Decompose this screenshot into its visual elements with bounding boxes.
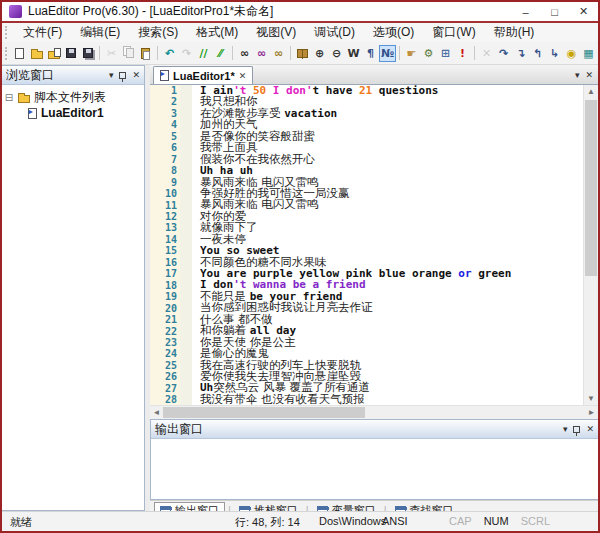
code-area[interactable]: I ain't 50 I don't have 21 questions我只想和… xyxy=(192,85,598,405)
toolbar-new-file-button[interactable] xyxy=(11,45,28,62)
tab-close-icon[interactable]: ✕ xyxy=(239,71,247,81)
panel-close-icon[interactable]: ✕ xyxy=(132,70,140,80)
toolbar-find-next-button[interactable]: ∞ xyxy=(253,45,270,62)
output-close-icon[interactable]: ✕ xyxy=(586,424,594,434)
editor-line[interactable]: 在沙滩散步享受 vacation xyxy=(200,108,598,119)
code-segment: I don' xyxy=(266,85,312,97)
menu-item-6[interactable]: 调试(D) xyxy=(305,24,364,41)
line-number: 4 xyxy=(150,119,177,130)
menu-item-1[interactable]: 文件(F) xyxy=(14,24,71,41)
line-number: 12 xyxy=(150,211,177,222)
panel-dropdown-icon[interactable]: ▾ xyxy=(109,70,114,80)
output-panel-title: 输出窗口 xyxy=(155,421,203,438)
browse-panel-title: 浏览窗口 xyxy=(6,67,54,84)
scroll-right-icon[interactable]: ► xyxy=(585,408,598,417)
toolbar-zoom-out-button[interactable]: ⊖ xyxy=(328,45,345,62)
toolbar-run-script-button[interactable]: ! xyxy=(454,45,471,62)
panel-pin-icon[interactable] xyxy=(119,72,126,79)
editor-line[interactable]: 对你的爱 xyxy=(200,211,598,222)
editor-tab[interactable]: LuaEditor1* ✕ xyxy=(153,66,253,84)
tree-children: LuaEditor1 xyxy=(4,105,142,121)
menu-item-4[interactable]: 格式(M) xyxy=(187,24,247,41)
tree-root-row[interactable]: ⊟ 脚本文件列表 xyxy=(4,89,142,105)
status-lock-cap: CAP xyxy=(449,515,472,527)
toolbar-load-script-button[interactable]: ⊞ xyxy=(437,45,454,62)
toolbar-zoom-in-button[interactable]: ⊕ xyxy=(311,45,328,62)
line-number: 17 xyxy=(150,268,177,279)
line-number: 13 xyxy=(150,222,177,233)
menu-item-3[interactable]: 搜索(S) xyxy=(129,24,187,41)
toolbar: ✂↶↷//⁄⁄∞∞∞⊕⊖W¶№☛⚙⊞!✕↷↴↰↳◉▦▤?▾ xyxy=(2,42,598,65)
toolbar-breakpoint-list-button[interactable]: ◉ xyxy=(563,45,580,62)
selection-margin xyxy=(180,85,192,405)
status-cursor-position: 行: 48, 列: 14 xyxy=(235,515,300,530)
open-file-icon xyxy=(31,51,43,59)
close-button[interactable]: ✕ xyxy=(569,5,598,18)
menu-item-9[interactable]: 帮助(H) xyxy=(485,24,544,41)
output-panel-header: 输出窗口 ▾ ✕ xyxy=(151,420,598,439)
toolbar-stop-debug-button[interactable]: ✕ xyxy=(478,45,495,62)
toolbar-word-wrap-button[interactable]: W xyxy=(345,45,362,62)
scroll-down-icon[interactable]: ▼ xyxy=(587,392,595,405)
menu-item-2[interactable]: 编辑(E) xyxy=(71,24,129,41)
editor-hscrollbar[interactable]: ◄ ► xyxy=(150,405,598,419)
tree-root-label: 脚本文件列表 xyxy=(34,89,106,106)
minimize-button[interactable]: – xyxy=(511,6,540,18)
toolbar-step-over-button[interactable]: ↷ xyxy=(495,45,512,62)
editor-line[interactable]: I ain't 50 I don't have 21 questions xyxy=(200,85,598,96)
toolbar-copy-button[interactable] xyxy=(120,45,137,62)
toolbar-separator xyxy=(290,46,291,60)
code-segment: questions xyxy=(372,85,438,97)
line-number: 11 xyxy=(150,200,177,211)
maximize-button[interactable]: □ xyxy=(540,6,569,18)
toolbar-run-to-cursor-button[interactable]: ↳ xyxy=(546,45,563,62)
tree-expand-icon[interactable]: ⊟ xyxy=(4,92,14,103)
scroll-up-icon[interactable]: ▲ xyxy=(587,85,595,98)
toolbar-cut-button[interactable]: ✂ xyxy=(103,45,120,62)
tree-item-luaeditor1[interactable]: LuaEditor1 xyxy=(28,105,142,121)
toolbar-save-button[interactable] xyxy=(62,45,79,62)
editor-line[interactable]: 假装你不在我依然开心 xyxy=(200,154,598,165)
output-panel: 输出窗口 ▾ ✕ xyxy=(150,419,598,500)
toolbar-uncomment-button[interactable]: ⁄⁄ xyxy=(212,45,229,62)
browse-panel: 浏览窗口 ▾ ✕ ⊟ 脚本文件列表 LuaEditor1 xyxy=(2,65,145,511)
toolbar-step-out-button[interactable]: ↰ xyxy=(529,45,546,62)
new-file-icon xyxy=(15,48,24,59)
toolbar-environment-options-button[interactable]: ▦ xyxy=(580,45,597,62)
toolbar-undo-button[interactable]: ↶ xyxy=(161,45,178,62)
editor-line[interactable]: 就像雨下了 xyxy=(200,222,598,233)
tabbar-dropdown-icon[interactable]: ▾ xyxy=(575,70,580,80)
line-number: 7 xyxy=(150,154,177,165)
toolbar-save-all-button[interactable] xyxy=(79,45,96,62)
toolbar-separator xyxy=(474,46,475,60)
output-pin-icon[interactable] xyxy=(573,426,580,433)
editor-line[interactable]: 是否像你的笑容般甜蜜 xyxy=(200,131,598,142)
line-number: 23 xyxy=(150,337,177,348)
toolbar-step-into-button[interactable]: ↴ xyxy=(512,45,529,62)
code-editor[interactable]: 1234567891011121314151617181920212223242… xyxy=(150,85,598,405)
toolbar-dictionary-button[interactable] xyxy=(294,45,311,62)
toolbar-open-file-button[interactable] xyxy=(28,45,45,62)
toolbar-redo-button[interactable]: ↷ xyxy=(178,45,195,62)
output-dropdown-icon[interactable]: ▾ xyxy=(563,424,568,434)
toolbar-show-paragraph-button[interactable]: ¶ xyxy=(362,45,379,62)
editor-line[interactable]: 我没有带伞 也没有收看天气预报 xyxy=(200,394,598,405)
scroll-left-icon[interactable]: ◄ xyxy=(150,408,163,417)
menu-item-7[interactable]: 选项(O) xyxy=(364,24,423,41)
tabbar-close-icon[interactable]: ✕ xyxy=(585,70,593,80)
hscroll-thumb[interactable] xyxy=(163,407,365,418)
toolbar-find-in-files-button[interactable]: ∞ xyxy=(270,45,287,62)
toolbar-find-button[interactable]: ∞ xyxy=(236,45,253,62)
editor-line[interactable]: 暴风雨来临 电闪又雷鸣 xyxy=(200,199,598,210)
toolbar-pan-hand-button[interactable]: ☛ xyxy=(403,45,420,62)
toolbar-comment-button[interactable]: // xyxy=(195,45,212,62)
vscroll-thumb[interactable] xyxy=(585,100,597,276)
toolbar-add-script-button[interactable] xyxy=(45,45,62,62)
toolbar-compile-script-button[interactable]: ⚙ xyxy=(420,45,437,62)
menu-item-8[interactable]: 窗口(W) xyxy=(423,24,484,41)
line-number: 5 xyxy=(150,131,177,142)
menu-item-5[interactable]: 视图(V) xyxy=(247,24,305,41)
toolbar-line-numbers-button[interactable]: № xyxy=(379,45,396,62)
editor-vscrollbar[interactable]: ▲ ▼ xyxy=(583,85,598,405)
toolbar-paste-button[interactable] xyxy=(137,45,154,62)
